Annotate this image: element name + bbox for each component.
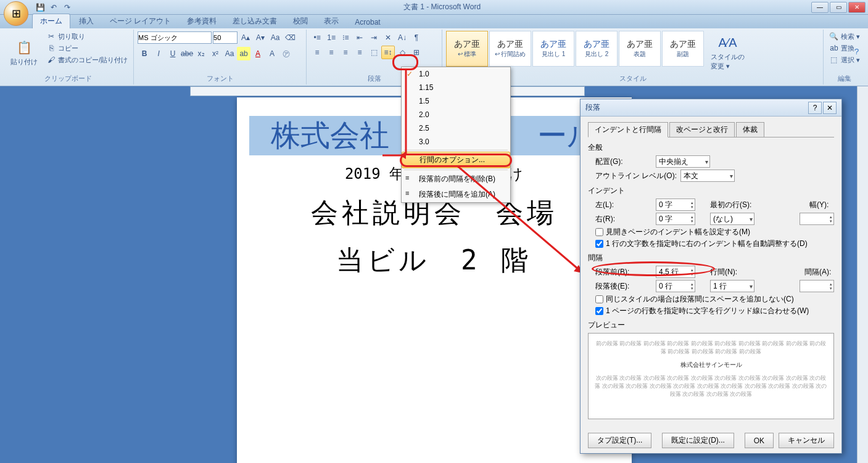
- font-color-icon[interactable]: A: [251, 47, 265, 60]
- indent-right-label: 右(R):: [595, 214, 652, 224]
- ls-2.0[interactable]: 2.0: [402, 108, 510, 121]
- line-combo[interactable]: 1 行: [710, 280, 754, 292]
- font-name-input[interactable]: [138, 31, 212, 44]
- decrease-indent-icon[interactable]: ⇤: [353, 31, 366, 44]
- phonetic-icon[interactable]: ㋐: [279, 47, 293, 60]
- text-effects-icon[interactable]: Aa: [223, 47, 236, 60]
- strike-icon[interactable]: abe: [180, 47, 194, 60]
- ls-add-after[interactable]: ≡段落後に間隔を追加(A): [402, 187, 510, 202]
- select-button[interactable]: ⬚選択 ▾: [827, 54, 862, 65]
- bullets-icon[interactable]: •≡: [310, 31, 324, 44]
- distribute-icon[interactable]: ⬚: [367, 46, 381, 59]
- window-title: 文書 1 - Microsoft Word: [73, 2, 811, 12]
- indent-right-spin[interactable]: 0 字: [656, 213, 695, 225]
- cut-button[interactable]: ✂切り取り: [44, 31, 130, 42]
- dialog-titlebar[interactable]: 段落 ? ✕: [581, 99, 841, 117]
- style-heading2[interactable]: あア亜見出し 2: [576, 31, 618, 67]
- find-button[interactable]: 🔍検索 ▾: [827, 31, 862, 42]
- ls-1.0[interactable]: 1.0: [402, 67, 510, 81]
- tab-mailings[interactable]: 差し込み文書: [225, 14, 284, 28]
- show-hide-icon[interactable]: ¶: [410, 31, 423, 44]
- tab-set-button[interactable]: タブ設定(T)...: [588, 433, 651, 448]
- office-button[interactable]: ⊞: [4, 1, 28, 26]
- replace-button[interactable]: ab置換: [827, 43, 862, 54]
- align-combo[interactable]: 中央揃え: [656, 155, 710, 168]
- minimize-button[interactable]: —: [811, 2, 829, 13]
- horizontal-ruler[interactable]: [190, 86, 585, 96]
- close-button[interactable]: ✕: [848, 2, 866, 13]
- default-button[interactable]: 既定に設定(D)...: [662, 433, 734, 448]
- italic-icon[interactable]: I: [152, 47, 165, 60]
- line-spacing-button[interactable]: ≡↕: [381, 46, 395, 59]
- same-style-check[interactable]: [595, 295, 603, 303]
- shrink-font-icon[interactable]: A▾: [254, 31, 267, 44]
- tab-review[interactable]: 校閲: [286, 14, 315, 28]
- before-spin[interactable]: 4.5 行: [656, 266, 695, 278]
- increase-indent-icon[interactable]: ⇥: [367, 31, 381, 44]
- dialog-close-button[interactable]: ✕: [823, 102, 837, 114]
- change-styles-button[interactable]: A⁄A スタイルの 変更 ▾: [706, 31, 749, 73]
- numbering-icon[interactable]: 1≡: [324, 31, 338, 44]
- font-size-input[interactable]: [213, 31, 238, 44]
- shading-icon[interactable]: ◇: [395, 46, 409, 59]
- style-heading1[interactable]: あア亜見出し 1: [532, 31, 574, 67]
- align-left-icon[interactable]: ≡: [310, 46, 324, 59]
- bold-icon[interactable]: B: [138, 47, 151, 60]
- ls-2.5[interactable]: 2.5: [402, 121, 510, 135]
- align-right-icon[interactable]: ≡: [339, 46, 352, 59]
- copy-button[interactable]: ⎘コピー: [44, 43, 130, 54]
- asian-layout-icon[interactable]: ✕: [381, 31, 395, 44]
- tab-home[interactable]: ホーム: [32, 14, 70, 28]
- gap-spin[interactable]: [800, 280, 834, 292]
- dlg-tab-asian[interactable]: 体裁: [736, 122, 764, 137]
- superscript-icon[interactable]: x²: [209, 47, 222, 60]
- ls-3.0[interactable]: 3.0: [402, 135, 510, 149]
- paste-button[interactable]: 📋 貼り付け: [6, 31, 42, 73]
- underline-icon[interactable]: U: [166, 47, 180, 60]
- tab-insert[interactable]: 挿入: [72, 14, 101, 28]
- ls-1.15[interactable]: 1.15: [402, 81, 510, 94]
- ls-1.5[interactable]: 1.5: [402, 94, 510, 108]
- find-icon: 🔍: [829, 31, 839, 41]
- ls-options[interactable]: 行間のオプション...: [402, 152, 510, 168]
- style-no-spacing[interactable]: あア亜↩ 行間詰め: [489, 31, 531, 67]
- grid-check[interactable]: [595, 307, 603, 315]
- subscript-icon[interactable]: x₂: [194, 47, 208, 60]
- style-title[interactable]: あア亜表題: [619, 31, 661, 67]
- tab-acrobat[interactable]: Acrobat: [347, 16, 387, 28]
- format-painter-button[interactable]: 🖌書式のコピー/貼り付け: [44, 54, 130, 65]
- after-spin[interactable]: 0 行: [656, 280, 695, 292]
- dlg-tab-break[interactable]: 改ページと改行: [669, 122, 735, 137]
- change-case-icon[interactable]: Aa: [268, 31, 282, 44]
- clear-format-icon[interactable]: ⌫: [283, 31, 297, 44]
- justify-icon[interactable]: ≡: [353, 46, 366, 59]
- indent-left-spin[interactable]: 0 字: [656, 199, 695, 211]
- dlg-tab-indent[interactable]: インデントと行間隔: [588, 122, 668, 137]
- undo-icon[interactable]: ↶: [48, 2, 59, 13]
- tab-view[interactable]: 表示: [316, 14, 346, 28]
- sort-icon[interactable]: A↓: [395, 31, 409, 44]
- mirror-check[interactable]: [595, 228, 603, 236]
- style-normal[interactable]: あア亜↩ 標準: [446, 31, 488, 67]
- width-spin[interactable]: [800, 213, 834, 225]
- multilevel-icon[interactable]: ⁝≡: [339, 31, 352, 44]
- first-line-combo[interactable]: (なし): [710, 213, 754, 225]
- tab-page-layout[interactable]: ページ レイアウト: [102, 14, 178, 28]
- save-icon[interactable]: 💾: [35, 2, 46, 13]
- char-border-icon[interactable]: A: [265, 47, 279, 60]
- borders-icon[interactable]: ⊞: [410, 46, 423, 59]
- dialog-help-button[interactable]: ?: [808, 102, 822, 114]
- redo-icon[interactable]: ↷: [62, 2, 73, 13]
- vertical-scrollbar[interactable]: [857, 86, 868, 463]
- ls-remove-before[interactable]: ≡段落前の間隔を削除(B): [402, 171, 510, 187]
- outline-combo[interactable]: 本文: [680, 170, 735, 182]
- style-subtitle[interactable]: あア亜副題: [662, 31, 704, 67]
- tab-references[interactable]: 参考資料: [180, 14, 224, 28]
- cancel-button[interactable]: キャンセル: [779, 433, 834, 448]
- highlight-icon[interactable]: ab: [237, 47, 250, 60]
- align-center-icon[interactable]: ≡: [324, 46, 338, 59]
- ok-button[interactable]: OK: [745, 433, 774, 448]
- grow-font-icon[interactable]: A▴: [239, 31, 252, 44]
- auto-indent-check[interactable]: [595, 240, 603, 248]
- maximize-button[interactable]: ▭: [830, 2, 847, 13]
